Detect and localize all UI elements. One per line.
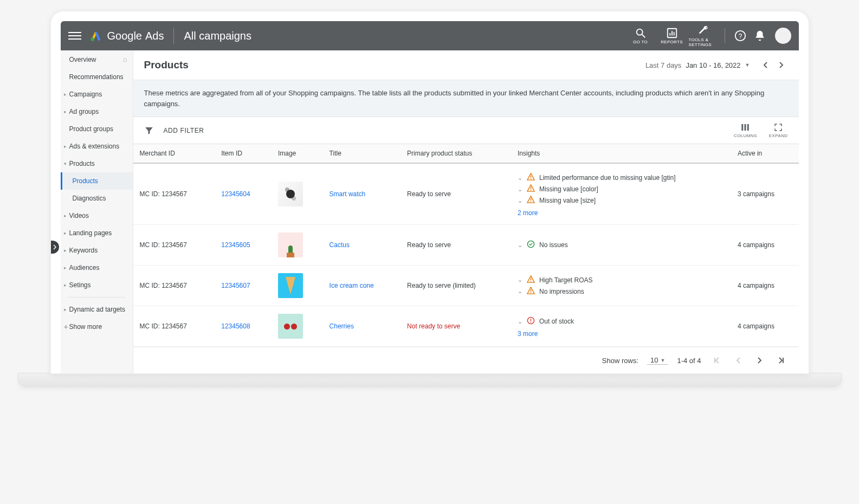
table-toolbar: ADD FILTER COLUMNS EXPAND bbox=[133, 117, 799, 144]
col-image[interactable]: Image bbox=[272, 144, 323, 163]
col-merchant[interactable]: Merchant ID bbox=[133, 144, 215, 163]
rows-per-page-select[interactable]: 10 ▼ bbox=[647, 356, 668, 365]
table-row: MC ID: 123456712345607Ice cream coneRead… bbox=[133, 266, 799, 306]
sidebar-item-product-groups[interactable]: Product groups bbox=[61, 120, 133, 138]
product-title-link[interactable]: Cactus bbox=[330, 241, 350, 249]
sidebar-item-campaigns[interactable]: ▸Campaigns bbox=[61, 86, 133, 103]
notifications-icon[interactable] bbox=[751, 30, 768, 42]
search-icon[interactable]: GO TO bbox=[626, 27, 655, 44]
date-next-button[interactable] bbox=[774, 58, 788, 72]
svg-rect-5 bbox=[671, 31, 673, 35]
sidebar-subitem-products[interactable]: Products bbox=[61, 172, 133, 190]
help-icon[interactable]: ? bbox=[732, 30, 749, 42]
product-thumbnail[interactable] bbox=[278, 273, 303, 298]
nav-label: Products bbox=[69, 160, 95, 167]
cell-item: 12345605 bbox=[215, 225, 272, 266]
product-thumbnail[interactable] bbox=[278, 182, 303, 206]
product-thumbnail[interactable] bbox=[278, 314, 303, 339]
cell-merchant: MC ID: 1234567 bbox=[133, 225, 215, 266]
pagination-bar: Show rows: 10 ▼ 1-4 of 4 bbox=[133, 347, 799, 373]
item-id-link[interactable]: 12345604 bbox=[221, 190, 250, 198]
cell-title: Ice cream cone bbox=[323, 266, 401, 306]
col-title[interactable]: Title bbox=[323, 144, 401, 163]
cell-insights: ⌄High Target ROAS⌄No impressions bbox=[511, 266, 731, 306]
svg-point-25 bbox=[531, 321, 532, 322]
item-id-link[interactable]: 12345608 bbox=[221, 322, 250, 330]
date-dropdown-icon[interactable]: ▼ bbox=[745, 62, 750, 68]
svg-point-0 bbox=[91, 37, 94, 41]
sidebar-item-dynamic-ad-targets[interactable]: ▸Dynamic ad targets bbox=[61, 301, 133, 318]
cell-image bbox=[272, 266, 323, 306]
cell-item: 12345604 bbox=[215, 163, 272, 225]
sidebar-item-show-more[interactable]: +Show more bbox=[61, 318, 133, 335]
add-filter-button[interactable]: ADD FILTER bbox=[164, 127, 204, 134]
scope-label[interactable]: All campaigns bbox=[184, 30, 251, 42]
nav-label: Ad groups bbox=[69, 108, 99, 115]
date-prev-button[interactable] bbox=[759, 58, 773, 72]
insight-text: No issues bbox=[539, 241, 568, 249]
cell-active: 4 campaigns bbox=[731, 306, 799, 347]
page-last-button[interactable] bbox=[775, 354, 788, 367]
chevron-down-icon[interactable]: ⌄ bbox=[518, 276, 522, 283]
account-avatar[interactable] bbox=[775, 28, 791, 44]
cell-image bbox=[272, 225, 323, 266]
page-prev-button[interactable] bbox=[732, 354, 745, 367]
page-range-label: 1-4 of 4 bbox=[677, 357, 701, 365]
cell-status: Ready to serve bbox=[401, 225, 511, 266]
sidebar-subitem-diagnostics[interactable]: Diagnostics bbox=[61, 190, 133, 207]
product-thumbnail[interactable] bbox=[278, 232, 303, 257]
more-insights-link[interactable]: 3 more bbox=[518, 330, 538, 338]
chevron-down-icon[interactable]: ⌄ bbox=[518, 318, 522, 325]
sidebar-item-overview[interactable]: Overview⌂ bbox=[61, 50, 133, 68]
date-range-value[interactable]: Jan 10 - 16, 2022 bbox=[686, 61, 740, 69]
plus-icon: + bbox=[64, 322, 68, 331]
more-insights-link[interactable]: 2 more bbox=[518, 209, 538, 217]
svg-point-17 bbox=[531, 201, 532, 202]
cell-title: Cherries bbox=[323, 306, 401, 347]
sidebar-item-recommendations[interactable]: Recommendations bbox=[61, 68, 133, 86]
sidebar-item-audiences[interactable]: ▸Audiences bbox=[61, 259, 133, 276]
chevron-icon: ▸ bbox=[64, 230, 67, 236]
sidebar-item-setings[interactable]: ▸Setings bbox=[61, 276, 133, 294]
chevron-down-icon[interactable]: ⌄ bbox=[518, 242, 522, 249]
sidebar-item-products[interactable]: ▾Products bbox=[61, 155, 133, 172]
page-next-button[interactable] bbox=[753, 354, 766, 367]
info-banner: These metrics are aggregated from all of… bbox=[133, 80, 799, 117]
expand-button[interactable]: EXPAND bbox=[769, 122, 788, 138]
col-active[interactable]: Active in bbox=[731, 144, 799, 163]
tools-settings-icon[interactable]: TOOLS & SETTINGS bbox=[689, 25, 718, 47]
nav-label: Show more bbox=[69, 323, 102, 331]
item-id-link[interactable]: 12345605 bbox=[221, 241, 250, 249]
insight-text: Missing value [size] bbox=[539, 197, 596, 204]
home-icon[interactable]: ⌂ bbox=[123, 55, 127, 63]
menu-icon[interactable] bbox=[68, 29, 81, 42]
sidebar-item-ad-groups[interactable]: ▸Ad groups bbox=[61, 103, 133, 120]
col-item[interactable]: Item ID bbox=[215, 144, 272, 163]
chevron-down-icon[interactable]: ⌄ bbox=[518, 288, 522, 295]
item-id-link[interactable]: 12345607 bbox=[221, 282, 250, 289]
columns-button[interactable]: COLUMNS bbox=[734, 122, 757, 138]
col-insights[interactable]: Insights bbox=[511, 144, 731, 163]
status-text: Ready to serve bbox=[407, 241, 451, 249]
status-text: Not ready to serve bbox=[407, 322, 460, 330]
nav-label: Recommendations bbox=[69, 73, 124, 81]
sidebar-item-ads-extensions[interactable]: ▸Ads & extensions bbox=[61, 138, 133, 155]
product-title-link[interactable]: Smart watch bbox=[330, 190, 366, 198]
svg-point-20 bbox=[531, 280, 532, 281]
col-status[interactable]: Primary product status bbox=[401, 144, 511, 163]
warning-icon bbox=[527, 287, 535, 296]
reports-icon[interactable]: REPORTS bbox=[657, 27, 687, 44]
svg-rect-11 bbox=[747, 124, 749, 131]
sidebar-item-keywords[interactable]: ▸Keywords bbox=[61, 242, 133, 259]
chevron-down-icon[interactable]: ⌄ bbox=[518, 197, 522, 204]
svg-rect-9 bbox=[742, 124, 744, 131]
chevron-down-icon[interactable]: ⌄ bbox=[518, 186, 522, 193]
svg-text:?: ? bbox=[738, 33, 742, 40]
page-first-button[interactable] bbox=[710, 354, 723, 367]
sidebar-item-landing-pages[interactable]: ▸Landing pages bbox=[61, 224, 133, 242]
filter-icon[interactable] bbox=[144, 126, 154, 135]
sidebar-item-videos[interactable]: ▸Videos bbox=[61, 207, 133, 224]
chevron-down-icon[interactable]: ⌄ bbox=[518, 175, 522, 182]
product-title-link[interactable]: Ice cream cone bbox=[330, 282, 374, 289]
product-title-link[interactable]: Cherries bbox=[330, 322, 354, 330]
